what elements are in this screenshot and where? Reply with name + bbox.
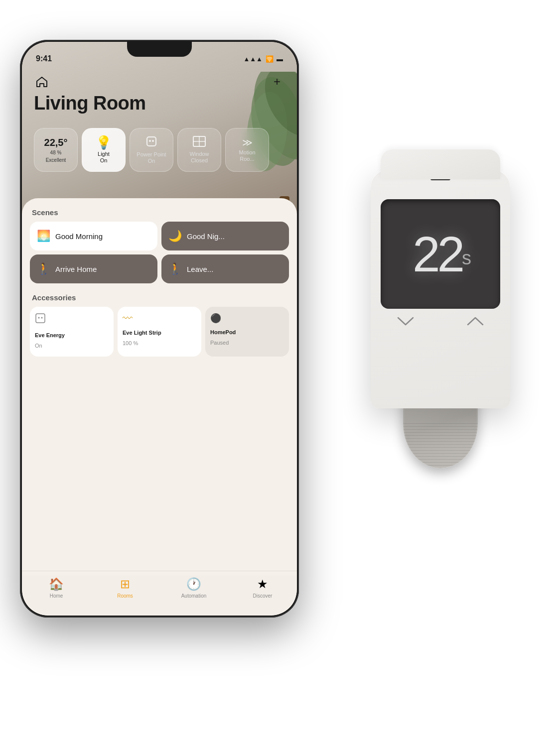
tab-rooms-label: Rooms [117, 593, 133, 599]
tab-rooms-icon: ⊞ [120, 577, 130, 591]
accessories-label: Accessories [30, 293, 289, 302]
main-container: 9:41 ▲▲▲ 🛜 ▬ [0, 0, 560, 747]
svg-point-8 [152, 140, 154, 142]
accessories-grid: Eve Energy On 〰 Eve Light Strip 100 % ⚫ … [30, 307, 289, 357]
window-label: WindowClosed [189, 151, 209, 164]
eve-energy-status: On [35, 343, 42, 349]
tab-automation-label: Automation [181, 593, 207, 599]
app-content: + Living Room 22,5° 48 % Excellent [22, 69, 297, 616]
tab-automation[interactable]: 🕐 Automation [159, 577, 228, 599]
scene-good-morning[interactable]: 🌅 Good Morning [30, 222, 157, 250]
tab-automation-icon: 🕐 [186, 577, 201, 591]
scenes-grid: 🌅 Good Morning 🌙 Good Nig... 🚶 Arrive Ho… [30, 222, 289, 283]
night-label: Good Nig... [187, 232, 225, 241]
temperature-value: 22,5° [44, 137, 68, 148]
room-title: Living Room [34, 93, 285, 114]
temperature-card[interactable]: 22,5° 48 % Excellent [34, 128, 78, 172]
phone-inner: 9:41 ▲▲▲ 🛜 ▬ [22, 42, 297, 616]
light-strip-name: Eve Light Strip [123, 329, 161, 336]
tab-bar: 🏠 Home ⊞ Rooms 🕐 Automation ★ [22, 571, 297, 616]
thermo-temp-value: 22 [413, 226, 462, 282]
homepod-name: HomePod [210, 329, 236, 336]
air-quality: Excellent [46, 157, 66, 163]
svg-rect-6 [147, 137, 156, 146]
eve-energy-name: Eve Energy [35, 332, 65, 339]
status-time: 9:41 [36, 54, 52, 63]
phone-screen: 9:41 ▲▲▲ 🛜 ▬ [22, 42, 297, 616]
status-icons: ▲▲▲ 🛜 ▬ [243, 55, 283, 63]
light-strip-status: 100 % [123, 340, 138, 346]
eve-energy-icon [35, 313, 46, 327]
knob-ridges [403, 423, 478, 468]
thermo-top-cap [381, 149, 500, 179]
tab-discover-label: Discover [253, 593, 273, 599]
thermo-temp: 22s [413, 226, 468, 283]
acc-homepod[interactable]: ⚫ HomePod Paused [205, 307, 289, 357]
svg-point-7 [149, 140, 151, 142]
thermo-suffix: s [462, 248, 468, 268]
tab-home-label: Home [50, 593, 63, 599]
tab-home-icon: 🏠 [49, 577, 64, 591]
arrive-icon: 🚶 [37, 262, 50, 275]
notch [127, 42, 192, 57]
add-button[interactable]: + [269, 74, 285, 90]
power-icon [145, 135, 157, 149]
tab-discover-icon: ★ [257, 577, 268, 591]
home-icon[interactable] [34, 74, 50, 90]
thermo-down-button[interactable] [396, 314, 416, 329]
light-label: LightOn [98, 151, 110, 164]
scene-good-night[interactable]: 🌙 Good Nig... [161, 222, 289, 250]
humidity-value: 48 % [50, 149, 62, 156]
scene-arrive-home[interactable]: 🚶 Arrive Home [30, 254, 157, 283]
homepod-icon: ⚫ [210, 313, 221, 324]
motion-icon: ≫ [242, 137, 253, 147]
motion-label: MotionRoo... [239, 149, 255, 162]
tab-rooms[interactable]: ⊞ Rooms [91, 577, 159, 599]
signal-icon: ▲▲▲ [243, 55, 263, 63]
window-icon [193, 136, 206, 149]
battery-icon: ▬ [277, 55, 283, 63]
phone: 9:41 ▲▲▲ 🛜 ▬ [20, 40, 299, 618]
thermo-body: 22s [371, 169, 510, 408]
acc-eve-light-strip[interactable]: 〰 Eve Light Strip 100 % [118, 307, 201, 357]
leave-label: Leave... [187, 265, 213, 273]
thermo-up-button[interactable] [465, 314, 485, 329]
acc-eve-energy[interactable]: Eve Energy On [30, 307, 114, 357]
leave-icon: 🚶 [168, 262, 182, 275]
svg-point-13 [38, 317, 40, 319]
thermo-display: 22s [381, 199, 500, 309]
device-card-light[interactable]: 💡 LightOn [82, 128, 126, 172]
tab-home[interactable]: 🏠 Home [22, 577, 91, 599]
app-header: + Living Room [22, 69, 297, 122]
svg-rect-12 [36, 314, 45, 323]
header-row: + [34, 74, 285, 90]
tab-discover[interactable]: ★ Discover [228, 577, 297, 599]
thermostat: 22s [341, 149, 540, 498]
morning-label: Good Morning [55, 232, 103, 241]
scroll-area: Scenes 🌅 Good Morning 🌙 Good Nig... [22, 198, 297, 576]
arrive-label: Arrive Home [55, 265, 97, 273]
morning-icon: 🌅 [37, 230, 50, 243]
device-card-motion[interactable]: ≫ MotionRoo... [225, 128, 269, 172]
night-icon: 🌙 [168, 230, 182, 243]
light-strip-icon: 〰 [123, 313, 133, 324]
light-icon: 💡 [96, 136, 112, 149]
scenes-label: Scenes [30, 208, 289, 217]
wifi-icon: 🛜 [266, 55, 274, 63]
homepod-status: Paused [210, 340, 229, 346]
svg-point-14 [41, 317, 43, 319]
power-label: Power PointOn [137, 151, 166, 164]
device-card-window[interactable]: WindowClosed [177, 128, 221, 172]
scene-leave[interactable]: 🚶 Leave... [161, 254, 289, 283]
device-card-power[interactable]: Power PointOn [130, 128, 173, 172]
device-row: 22,5° 48 % Excellent 💡 LightOn [22, 128, 297, 172]
